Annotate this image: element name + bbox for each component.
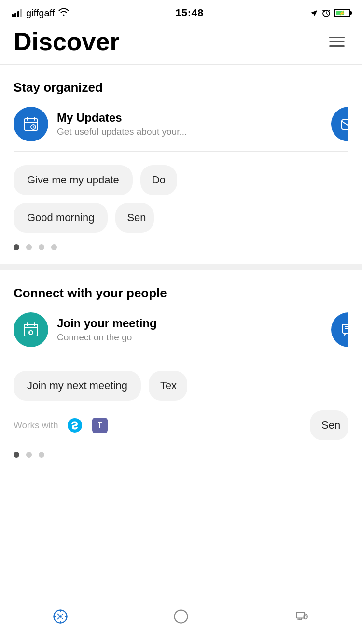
updates-calendar-icon [22,115,40,133]
status-bar: giffgaff 15:48 ⚡ [0,0,362,24]
signal-icon [12,9,22,17]
tab-discover[interactable] [0,607,121,626]
connect-section: Connect with your people Join your meeti… [0,270,362,471]
status-right: ⚡ [310,8,350,18]
chips-row-1: Give me my update Do [14,165,348,195]
tab-bar-spacer [0,471,362,524]
dot-1-inactive-3 [39,244,44,250]
header: Discover [0,24,362,64]
tab-bar [0,596,362,644]
dot-1-inactive-4 [51,244,57,250]
feature-desc-updates: Get useful updates about your... [57,126,336,137]
home-tab-icon [171,607,191,626]
ser-chip-wrapper: Sen [116,410,348,440]
svg-point-10 [59,615,61,617]
dot-1-inactive-2 [26,244,32,250]
my-updates-icon-circle [14,107,48,141]
section2-title: Connect with your people [14,286,348,301]
svg-point-11 [175,610,188,623]
tab-devices[interactable] [241,607,362,626]
join-next-meeting-chip[interactable]: Join my next meeting [14,371,141,401]
feature-row-updates: My Updates Get useful updates about your… [14,107,348,141]
devices-tab-icon [292,607,311,626]
dot-2-inactive-2 [26,452,32,458]
feature-name-updates: My Updates [57,111,336,125]
alarm-icon [321,8,331,18]
chat-icon [340,322,348,338]
svg-rect-6 [342,324,348,333]
works-with-row: Works with Sen [14,410,348,440]
dot-2-active [14,452,19,458]
chips-flex-2: Good morning Sen [14,203,348,233]
teams-logo [91,417,109,434]
good-morning-chip[interactable]: Good morning [14,203,108,233]
battery-icon: ⚡ [334,9,350,17]
dot-1-active [14,244,19,250]
feature-text-updates: My Updates Get useful updates about your… [57,111,336,137]
join-meeting-feature: Join your meeting Connect on the go › [14,312,348,347]
feature-desc-meeting: Connect on the go [57,332,336,343]
my-updates-feature: My Updates Get useful updates about your… [14,107,348,141]
wifi-icon [58,8,69,19]
do-chip[interactable]: Do [140,165,177,195]
ser-chip-2[interactable]: Sen [310,410,348,440]
skype-logo [66,417,84,434]
give-me-update-chip[interactable]: Give me my update [14,165,133,195]
menu-button[interactable] [325,33,348,51]
works-with-label: Works with [14,420,58,431]
section1-dots [14,244,348,250]
meeting-calendar-icon [22,321,40,338]
sen-chip-1[interactable]: Sen [115,203,154,233]
chips-flex-meeting-1: Join my next meeting Tex [14,371,348,401]
dot-2-inactive-3 [39,452,44,458]
carrier-label: giffgaff [26,8,55,19]
tab-home[interactable] [121,607,241,626]
tex-chip[interactable]: Tex [149,371,187,401]
chips-row-meeting-1: Join my next meeting Tex [14,371,348,401]
feature-row-meeting: Join your meeting Connect on the go › [14,312,348,347]
page-title: Discover [14,29,120,54]
location-icon [310,9,319,17]
svg-rect-12 [296,612,304,618]
stay-organized-section: Stay organized My Updates Get useful upd… [0,65,362,264]
section-gap [0,264,362,270]
feature-divider [14,151,348,152]
chips-flex-1: Give me my update Do [14,165,348,195]
join-meeting-icon-circle [14,312,48,347]
section1-title: Stay organized [14,80,348,95]
feature-name-meeting: Join your meeting [57,317,336,330]
discover-tab-icon [51,607,70,626]
mail-icon [340,116,348,132]
chips-row-2: Good morning Sen [14,203,348,233]
section2-dots [14,452,348,458]
feature-text-meeting: Join your meeting Connect on the go [57,317,336,343]
status-left: giffgaff [12,8,69,19]
status-time: 15:48 [175,7,204,19]
meeting-divider [14,357,348,357]
